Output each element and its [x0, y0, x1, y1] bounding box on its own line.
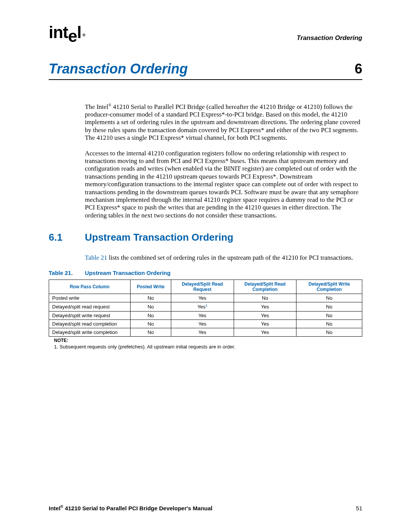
data-cell: No: [296, 302, 362, 311]
table-row: Delayed/split read completionNoYesYesNo: [49, 320, 362, 328]
table-row: Delayed/split write completionNoYesYesNo: [49, 328, 362, 336]
page-number: 51: [356, 505, 362, 511]
data-cell: No: [296, 311, 362, 320]
col-head-dsr-request: Delayed/Split Read Request: [171, 280, 234, 294]
data-cell: Yes: [234, 320, 296, 328]
row-name-cell: Posted write: [49, 294, 131, 302]
section-title: Upstream Transaction Ordering: [85, 232, 233, 243]
data-cell: Yes: [234, 302, 296, 311]
chapter-number: 6: [355, 61, 362, 77]
table-caption-title: Upstream Transaction Ordering: [85, 270, 170, 276]
chapter-title: Transaction Ordering: [49, 61, 188, 77]
row-name-cell: Delayed/split read completion: [49, 320, 131, 328]
row-name-cell: Delayed/split read request: [49, 302, 131, 311]
data-cell: Yes1: [171, 302, 234, 311]
running-head: Transaction Ordering: [296, 34, 362, 42]
footer-document-title: Intel® 41210 Serial to Parallel PCI Brid…: [49, 505, 212, 511]
section-intro: Table 21 lists the combined set of order…: [85, 254, 362, 262]
section-number: 6.1: [49, 232, 85, 243]
table-reference-link[interactable]: Table 21: [85, 254, 107, 261]
footnote-marker: 1: [206, 304, 207, 307]
note-label: NOTE:: [54, 338, 362, 343]
data-cell: No: [130, 294, 171, 302]
data-cell: Yes: [171, 328, 234, 336]
data-cell: No: [130, 311, 171, 320]
data-cell: Yes: [234, 328, 296, 336]
data-cell: No: [130, 302, 171, 311]
data-cell: No: [130, 328, 171, 336]
intro-paragraph-2: Accesses to the internal 41210 configura…: [85, 150, 362, 220]
data-cell: Yes: [171, 311, 234, 320]
section-heading: 6.1 Upstream Transaction Ordering: [49, 232, 362, 243]
chapter-title-row: Transaction Ordering 6: [49, 61, 362, 80]
data-cell: Yes: [171, 294, 234, 302]
page-footer: Intel® 41210 Serial to Parallel PCI Brid…: [49, 505, 362, 511]
data-cell: No: [296, 328, 362, 336]
intro-paragraph-1: The Intel® 41210 Serial to Parallel PCI …: [85, 103, 362, 142]
row-name-cell: Delayed/split write completion: [49, 328, 131, 336]
data-cell: No: [296, 294, 362, 302]
page-header: intel® Transaction Ordering: [49, 23, 362, 42]
table-caption-label: Table 21.: [49, 270, 73, 276]
table-header-row: Row Pass Column Posted Write Delayed/Spl…: [49, 280, 362, 294]
data-cell: No: [296, 320, 362, 328]
row-name-cell: Delayed/split write request: [49, 311, 131, 320]
note-item: 1. Subsequent requests only (prefetches)…: [54, 344, 362, 350]
table-caption: Table 21. Upstream Transaction Ordering: [49, 270, 362, 276]
table-row: Posted writeNoYesNoNo: [49, 294, 362, 302]
col-head-dsw-completion: Delayed/Split Write Completion: [296, 280, 362, 294]
table-row: Delayed/split write requestNoYesYesNo: [49, 311, 362, 320]
data-cell: No: [130, 320, 171, 328]
col-head-row-pass: Row Pass Column: [49, 280, 131, 294]
col-head-posted-write: Posted Write: [130, 280, 171, 294]
data-cell: No: [234, 294, 296, 302]
table-notes: NOTE: 1. Subsequent requests only (prefe…: [49, 338, 362, 350]
table-row: Delayed/split read requestNoYes1YesNo: [49, 302, 362, 311]
ordering-table: Row Pass Column Posted Write Delayed/Spl…: [49, 280, 362, 337]
col-head-dsr-completion: Delayed/Split Read Completion: [234, 280, 296, 294]
intel-logo: intel®: [49, 23, 85, 42]
data-cell: Yes: [171, 320, 234, 328]
data-cell: Yes: [234, 311, 296, 320]
